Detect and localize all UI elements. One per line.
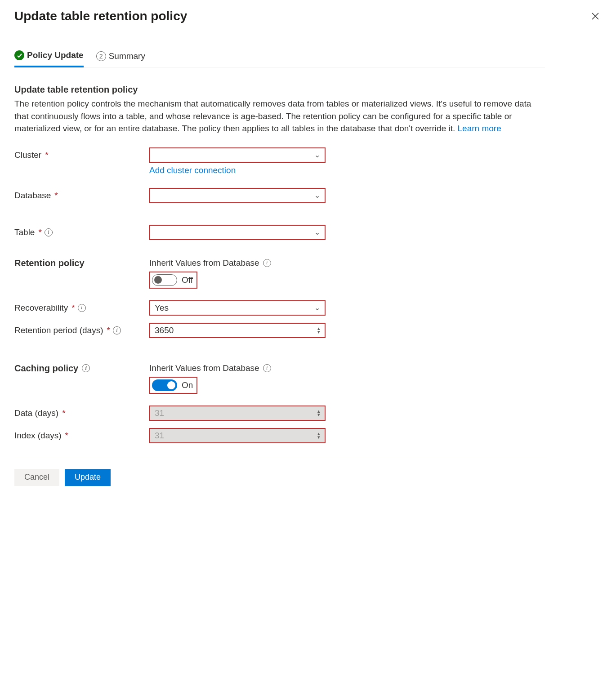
spinner-icon: ▴▾: [317, 410, 320, 416]
tab-summary[interactable]: 2 Summary: [96, 50, 145, 67]
cluster-label: Cluster*: [14, 147, 149, 160]
spinner-icon: ▴▾: [317, 432, 320, 439]
info-icon[interactable]: i: [78, 304, 86, 312]
data-days-label: Data (days)*: [14, 406, 149, 418]
data-days-input: 31 ▴▾: [149, 406, 326, 421]
database-dropdown[interactable]: ⌄: [149, 188, 326, 203]
page-title: Update table retention policy: [14, 9, 187, 23]
table-label: Table* i: [14, 225, 149, 237]
index-days-label: Index (days)*: [14, 428, 149, 441]
chevron-down-icon: ⌄: [314, 303, 320, 312]
section-heading: Update table retention policy: [14, 85, 545, 95]
toggle-state-label: Off: [182, 275, 193, 285]
info-icon[interactable]: i: [45, 228, 53, 236]
learn-more-link[interactable]: Learn more: [458, 124, 501, 133]
info-icon[interactable]: i: [263, 364, 271, 372]
close-icon: [591, 12, 600, 21]
recoverability-dropdown[interactable]: Yes⌄: [149, 300, 326, 316]
info-icon[interactable]: i: [113, 326, 121, 334]
close-button[interactable]: [589, 9, 602, 24]
update-button[interactable]: Update: [65, 469, 111, 486]
retention-period-input[interactable]: 3650 ▴▾: [149, 323, 326, 338]
tabs: Policy Update 2 Summary: [14, 50, 545, 67]
spinner-icon[interactable]: ▴▾: [317, 327, 320, 334]
database-label: Database*: [14, 188, 149, 201]
caching-inherit-toggle[interactable]: [152, 379, 177, 391]
chevron-down-icon: ⌄: [314, 228, 320, 236]
chevron-down-icon: ⌄: [314, 191, 320, 200]
step-number-icon: 2: [96, 51, 106, 61]
tab-label: Policy Update: [27, 50, 84, 60]
retention-period-label: Retention period (days)* i: [14, 323, 149, 335]
inherit-label: Inherit Values from Database: [149, 258, 259, 268]
table-dropdown[interactable]: ⌄: [149, 225, 326, 240]
toggle-state-label: On: [182, 380, 193, 390]
cancel-button[interactable]: Cancel: [14, 469, 59, 486]
info-icon[interactable]: i: [82, 364, 90, 372]
section-description: The retention policy controls the mechan…: [14, 98, 545, 135]
retention-inherit-toggle[interactable]: [152, 274, 177, 286]
cluster-dropdown[interactable]: ⌄: [149, 147, 326, 163]
recoverability-label: Recoverability* i: [14, 300, 149, 313]
info-icon[interactable]: i: [263, 259, 271, 267]
check-icon: [14, 50, 24, 60]
retention-policy-heading: Retention policy: [14, 258, 149, 268]
tab-label: Summary: [109, 51, 145, 61]
add-cluster-link[interactable]: Add cluster connection: [149, 165, 326, 175]
inherit-label: Inherit Values from Database: [149, 363, 259, 373]
index-days-input: 31 ▴▾: [149, 428, 326, 443]
caching-policy-heading: Caching policy: [14, 363, 78, 374]
chevron-down-icon: ⌄: [314, 151, 320, 159]
tab-policy-update[interactable]: Policy Update: [14, 50, 84, 67]
